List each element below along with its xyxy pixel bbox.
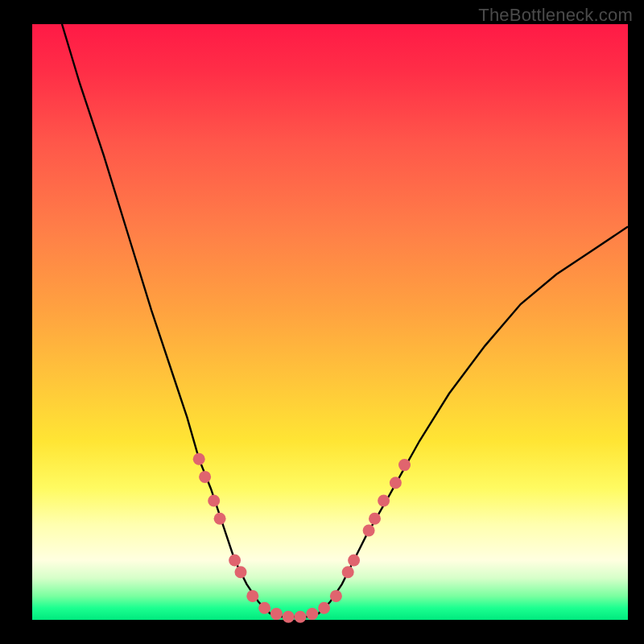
curve-left: [62, 24, 270, 614]
highlight-dot: [306, 608, 318, 620]
highlight-dot: [193, 453, 205, 465]
highlight-dot: [214, 513, 226, 525]
highlight-dot: [283, 611, 295, 623]
highlight-dot: [390, 477, 402, 489]
highlight-dot: [258, 602, 270, 614]
chart-frame: TheBottleneck.com: [0, 0, 644, 644]
highlight-dot: [369, 513, 381, 525]
highlight-dot: [342, 566, 354, 578]
highlight-dot: [330, 590, 342, 602]
highlight-dot: [270, 608, 283, 620]
highlight-dot: [363, 525, 375, 537]
curve-right: [318, 227, 628, 614]
highlight-dot: [318, 602, 330, 614]
highlight-dot: [235, 566, 247, 578]
curve-layer: [32, 24, 628, 620]
plot-area: [32, 24, 628, 620]
highlight-dot: [246, 590, 258, 602]
watermark-text: TheBottleneck.com: [478, 5, 633, 26]
highlight-dot: [348, 555, 360, 567]
highlight-dot: [199, 471, 211, 483]
highlight-dot: [378, 495, 390, 507]
highlight-dot: [208, 495, 220, 507]
highlight-dot: [398, 459, 411, 471]
highlight-dot: [295, 611, 307, 623]
marker-group: [193, 453, 411, 623]
highlight-dot: [229, 555, 241, 567]
